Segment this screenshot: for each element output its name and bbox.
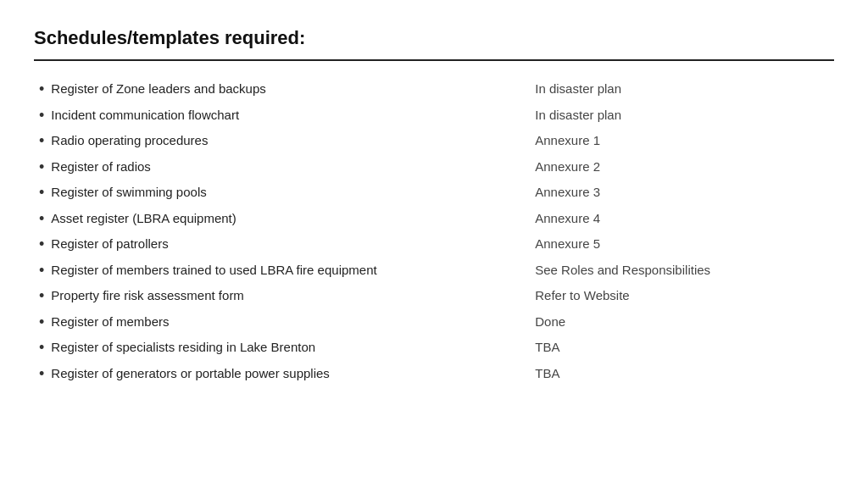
- table-row: •Register of radiosAnnexure 2: [34, 154, 834, 180]
- table-row: •Register of members trained to used LBR…: [34, 258, 834, 284]
- divider: [34, 59, 834, 61]
- list-item: •Register of patrollers: [34, 231, 530, 258]
- bullet-icon: •: [39, 263, 44, 278]
- page-title: Schedules/templates required:: [34, 27, 834, 49]
- status-text: Annexure 4: [530, 206, 834, 232]
- status-text: TBA: [530, 361, 834, 387]
- list-item: •Register of specialists residing in Lak…: [34, 335, 530, 361]
- status-text: Annexure 3: [530, 180, 834, 206]
- item-text: Register of members trained to used LBRA…: [51, 261, 376, 280]
- bullet-icon: •: [39, 314, 44, 330]
- table-row: •Register of generators or portable powe…: [34, 361, 834, 387]
- bullet-icon: •: [39, 236, 44, 252]
- item-text: Property fire risk assessment form: [51, 286, 244, 306]
- status-text: Annexure 1: [530, 128, 834, 154]
- schedule-table: •Register of Zone leaders and backupsIn …: [34, 76, 834, 386]
- bullet-icon: •: [39, 108, 44, 123]
- table-row: •Register of Zone leaders and backupsIn …: [34, 76, 834, 103]
- table-row: •Incident communication flowchartIn disa…: [34, 103, 834, 129]
- table-row: •Register of swimming poolsAnnexure 3: [34, 180, 834, 206]
- status-text: Refer to Website: [530, 283, 834, 309]
- table-row: •Property fire risk assessment formRefer…: [34, 283, 834, 309]
- list-item: •Register of radios: [34, 154, 530, 180]
- list-item: •Register of swimming pools: [34, 180, 530, 206]
- table-row: •Asset register (LBRA equipment)Annexure…: [34, 206, 834, 232]
- item-text: Asset register (LBRA equipment): [51, 209, 236, 229]
- table-row: •Register of specialists residing in Lak…: [34, 335, 834, 361]
- list-item: •Register of members trained to used LBR…: [34, 258, 530, 284]
- bullet-icon: •: [39, 185, 44, 200]
- table-row: •Register of membersDone: [34, 309, 834, 336]
- table-row: •Radio operating proceduresAnnexure 1: [34, 128, 834, 154]
- status-text: TBA: [530, 335, 834, 361]
- item-text: Register of specialists residing in Lake…: [51, 338, 315, 358]
- status-text: Annexure 5: [530, 231, 834, 258]
- list-item: •Property fire risk assessment form: [34, 283, 530, 309]
- page-container: Schedules/templates required: •Register …: [0, 0, 868, 407]
- bullet-icon: •: [39, 340, 44, 355]
- list-item: •Radio operating procedures: [34, 128, 530, 154]
- status-text: Done: [530, 309, 834, 336]
- bullet-icon: •: [39, 133, 44, 148]
- bullet-icon: •: [39, 366, 44, 381]
- list-item: •Asset register (LBRA equipment): [34, 206, 530, 232]
- item-text: Register of members: [51, 313, 169, 332]
- bullet-icon: •: [39, 81, 44, 97]
- item-text: Register of Zone leaders and backups: [51, 80, 265, 99]
- item-text: Register of radios: [51, 158, 151, 177]
- status-text: See Roles and Responsibilities: [530, 258, 834, 284]
- list-item: •Register of members: [34, 309, 530, 336]
- status-text: In disaster plan: [530, 103, 834, 129]
- item-text: Radio operating procedures: [51, 131, 208, 151]
- table-row: •Register of patrollersAnnexure 5: [34, 231, 834, 258]
- bullet-icon: •: [39, 288, 44, 303]
- item-text: Register of swimming pools: [51, 183, 206, 202]
- bullet-icon: •: [39, 159, 44, 175]
- list-item: •Register of generators or portable powe…: [34, 361, 530, 387]
- status-text: In disaster plan: [530, 76, 834, 103]
- status-text: Annexure 2: [530, 154, 834, 180]
- item-text: Register of patrollers: [51, 235, 168, 254]
- item-text: Incident communication flowchart: [51, 106, 239, 125]
- bullet-icon: •: [39, 211, 44, 226]
- list-item: •Register of Zone leaders and backups: [34, 76, 530, 103]
- list-item: •Incident communication flowchart: [34, 103, 530, 129]
- item-text: Register of generators or portable power…: [51, 364, 330, 384]
